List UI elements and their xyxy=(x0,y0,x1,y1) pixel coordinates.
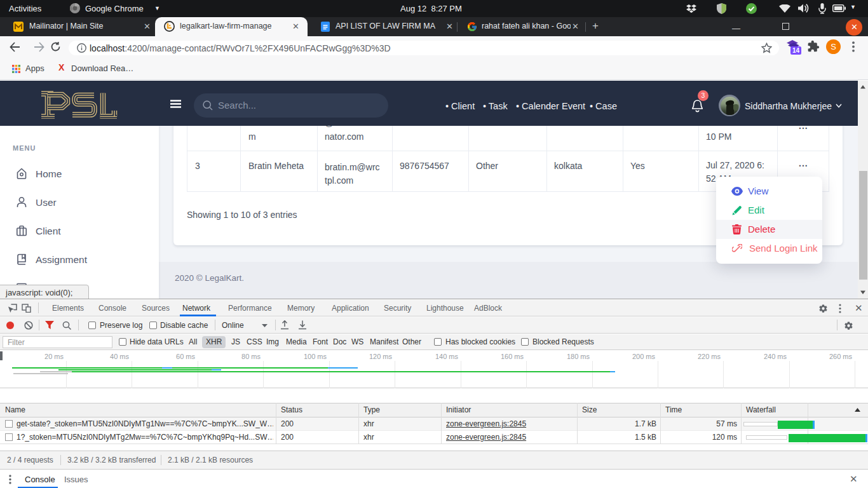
svg-text:14: 14 xyxy=(792,47,800,54)
